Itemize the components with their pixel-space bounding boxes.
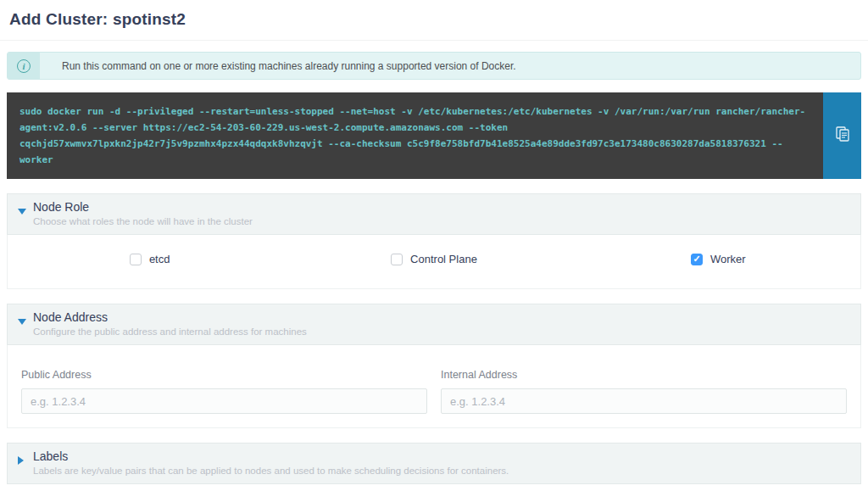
internal-address-group: Internal Address [441, 369, 847, 414]
address-fields-row: Public Address Internal Address [8, 345, 860, 427]
node-address-body: Public Address Internal Address [7, 345, 861, 428]
labels-title: Labels [33, 449, 852, 463]
info-banner: i Run this command on one or more existi… [7, 52, 861, 80]
page-title: Add Cluster: spotinst2 [9, 10, 868, 29]
public-address-input[interactable] [21, 388, 427, 414]
etcd-checkbox-box[interactable] [130, 254, 142, 265]
worker-checkbox-box[interactable] [691, 254, 703, 265]
internal-address-label: Internal Address [441, 369, 847, 381]
chevron-down-icon [18, 209, 26, 215]
checkbox-worker[interactable]: Worker [576, 253, 860, 265]
node-address-subtitle: Configure the public address and interna… [33, 326, 852, 337]
section-labels: Labels Labels are key/value pairs that c… [7, 443, 861, 484]
node-role-title: Node Role [33, 200, 852, 214]
title-divider [0, 40, 868, 41]
checkbox-control-plane[interactable]: Control Plane [292, 253, 576, 265]
node-role-subtitle: Choose what roles the node will have in … [33, 216, 852, 226]
labels-subtitle: Labels are key/value pairs that can be a… [33, 466, 852, 476]
node-role-body: etcd Control Plane Worker [7, 235, 861, 289]
worker-checkbox-label: Worker [710, 253, 746, 265]
control-plane-checkbox-label: Control Plane [410, 253, 477, 265]
docker-command-text: sudo docker run -d --privileged --restar… [7, 92, 823, 179]
chevron-down-icon [18, 319, 26, 325]
node-address-header[interactable]: Node Address Configure the public addres… [7, 304, 861, 345]
info-banner-text: Run this command on one or more existing… [40, 53, 516, 79]
checkbox-etcd[interactable]: etcd [8, 253, 292, 265]
section-node-role: Node Role Choose what roles the node wil… [7, 193, 861, 289]
etcd-checkbox-label: etcd [149, 253, 170, 265]
info-banner-icon-cell: i [8, 53, 40, 79]
internal-address-input[interactable] [441, 388, 847, 414]
chevron-right-icon [18, 456, 24, 465]
info-icon: i [17, 59, 31, 73]
clipboard-icon [836, 126, 849, 145]
docker-command-block: sudo docker run -d --privileged --restar… [7, 92, 861, 179]
control-plane-checkbox-box[interactable] [391, 254, 403, 265]
role-checkbox-row: etcd Control Plane Worker [8, 235, 860, 288]
public-address-group: Public Address [21, 369, 427, 414]
node-address-title: Node Address [33, 310, 852, 324]
public-address-label: Public Address [21, 369, 427, 381]
labels-header[interactable]: Labels Labels are key/value pairs that c… [7, 443, 861, 484]
section-node-address: Node Address Configure the public addres… [7, 304, 861, 428]
copy-command-button[interactable] [823, 92, 861, 179]
node-role-header[interactable]: Node Role Choose what roles the node wil… [7, 193, 861, 235]
